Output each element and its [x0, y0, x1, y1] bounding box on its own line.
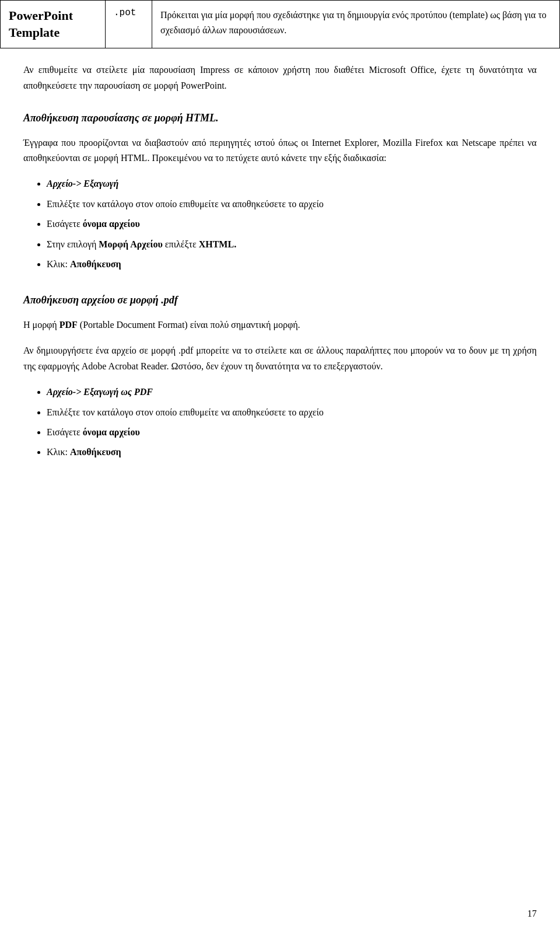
header-ext-cell: .pot	[106, 1, 152, 48]
header-title-cell: PowerPoint Template	[1, 1, 106, 48]
list-item: Κλικ: Αποθήκευση	[47, 445, 537, 460]
page-number: 17	[527, 908, 537, 919]
bold-text: όνομα αρχείου	[83, 219, 140, 229]
bullet-text: Κλικ: Αποθήκευση	[47, 259, 121, 269]
bullet-text: Αρχείο-> Εξαγωγή	[47, 179, 118, 188]
bold-text: όνομα αρχείου	[83, 427, 140, 437]
section1-heading: Αποθήκευση παρουσίασης σε μορφή HTML.	[23, 110, 537, 127]
page-container: PowerPoint Template .pot Πρόκειται για μ…	[0, 0, 560, 933]
header-extension: .pot	[114, 8, 136, 18]
section2-paragraph2: Αν δημιουργήσετε ένα αρχείο σε μορφή .pd…	[23, 343, 537, 374]
bold-text: Αποθήκευση	[70, 259, 121, 269]
list-item: Αρχείο-> Εξαγωγή	[47, 176, 537, 191]
bold-text: Μορφή Αρχείου	[99, 239, 162, 249]
list-item: Επιλέξτε τον κατάλογο στον οποίο επιθυμε…	[47, 197, 537, 212]
section2-paragraph1: Η μορφή PDF (Portable Document Format) ε…	[23, 317, 537, 333]
paragraph-1: Αν επιθυμείτε να στείλετε μία παρουσίαση…	[23, 62, 537, 93]
bullet-text: Επιλέξτε τον κατάλογο στον οποίο επιθυμε…	[47, 407, 324, 417]
header-desc-cell: Πρόκειται για μία μορφή που σχεδιάστηκε …	[152, 1, 560, 48]
bold-pdf: PDF	[60, 320, 78, 330]
bold-text: Αποθήκευση	[70, 447, 121, 457]
section1-paragraph: Έγγραφα που προορίζονται να διαβαστούν α…	[23, 135, 537, 166]
bullet-text: Εισάγετε όνομα αρχείου	[47, 219, 140, 229]
list-item: Στην επιλογή Μορφή Αρχείου επιλέξτε XHTM…	[47, 237, 537, 252]
list-item: Αρχείο-> Εξαγωγή ως PDF	[47, 385, 537, 400]
bullet-text: Αρχείο-> Εξαγωγή ως PDF	[47, 387, 153, 397]
section2-bullet-list: Αρχείο-> Εξαγωγή ως PDF Επιλέξτε τον κατ…	[47, 385, 537, 460]
bold-text: XHTML.	[199, 239, 236, 249]
list-item: Επιλέξτε τον κατάλογο στον οποίο επιθυμε…	[47, 405, 537, 420]
list-item: Κλικ: Αποθήκευση	[47, 257, 537, 272]
bullet-text: Κλικ: Αποθήκευση	[47, 447, 121, 457]
list-item: Εισάγετε όνομα αρχείου	[47, 425, 537, 440]
header-table: PowerPoint Template .pot Πρόκειται για μ…	[0, 0, 560, 48]
bullet-text: Επιλέξτε τον κατάλογο στον οποίο επιθυμε…	[47, 199, 324, 209]
section2-heading: Αποθήκευση αρχείου σε μορφή .pdf	[23, 292, 537, 309]
bullet-text: Εισάγετε όνομα αρχείου	[47, 427, 140, 437]
section1-bullet-list: Αρχείο-> Εξαγωγή Επιλέξτε τον κατάλογο σ…	[47, 176, 537, 272]
bullet-text: Στην επιλογή Μορφή Αρχείου επιλέξτε XHTM…	[47, 239, 236, 249]
header-title: PowerPoint Template	[9, 8, 73, 40]
content-area: Αν επιθυμείτε να στείλετε μία παρουσίαση…	[0, 48, 560, 506]
list-item: Εισάγετε όνομα αρχείου	[47, 216, 537, 232]
header-description: Πρόκειται για μία μορφή που σχεδιάστηκε …	[160, 10, 547, 35]
